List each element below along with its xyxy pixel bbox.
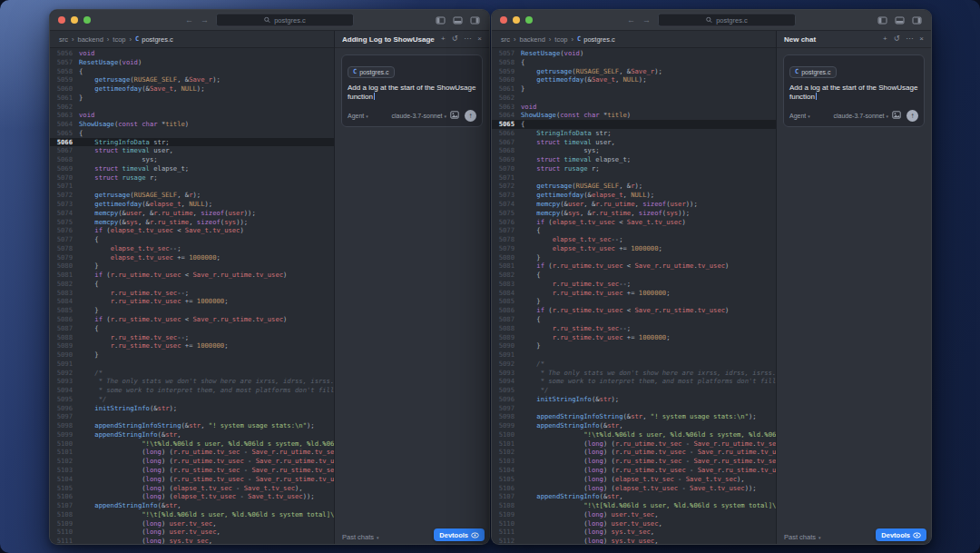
code-line[interactable]: 5084 r.ru_utime.tv_usec += 1000000; xyxy=(492,289,776,298)
line-number[interactable]: 5107 xyxy=(492,492,521,501)
line-number[interactable]: 5083 xyxy=(50,289,79,298)
toggle-right-dock-icon[interactable] xyxy=(470,15,480,25)
code-line[interactable]: 5067 struct timeval user, xyxy=(492,138,776,147)
line-number[interactable]: 5109 xyxy=(492,510,521,519)
code-line[interactable]: 5072 getrusage(RUSAGE_SELF, &r); xyxy=(50,191,334,200)
breadcrumb-item[interactable]: src xyxy=(501,35,510,44)
code-line[interactable]: 5085 } xyxy=(492,297,776,306)
line-number[interactable]: 5088 xyxy=(492,324,521,333)
code-line[interactable]: 5059 getrusage(RUSAGE_SELF, &Save_r); xyxy=(492,67,776,76)
line-number[interactable]: 5095 xyxy=(492,386,521,395)
line-number[interactable]: 5090 xyxy=(50,351,79,360)
send-button[interactable]: ↑ xyxy=(906,110,918,122)
code-line[interactable]: 5096 initStringInfo(&str); xyxy=(492,395,776,404)
code-line[interactable]: 5108 "!\t[%ld.%06ld s user, %ld.%06ld s … xyxy=(492,501,776,510)
code-line[interactable]: 5074 memcpy(&user, &r.ru_utime, sizeof(u… xyxy=(50,209,334,218)
line-number[interactable]: 5074 xyxy=(50,209,79,218)
line-number[interactable]: 5086 xyxy=(50,315,79,324)
code-line[interactable]: 5095 */ xyxy=(50,395,334,404)
close-window-button[interactable] xyxy=(58,16,65,24)
line-number[interactable]: 5076 xyxy=(50,226,79,235)
code-line[interactable]: 5094 * some work to interpret them, and … xyxy=(50,386,334,395)
line-number[interactable]: 5070 xyxy=(492,164,521,173)
code-line[interactable]: 5059 getrusage(RUSAGE_SELF, &Save_r); xyxy=(50,75,334,84)
code-line[interactable]: 5080 } xyxy=(492,253,776,262)
code-line[interactable]: 5075 memcpy(&sys, &r.ru_stime, sizeof(sy… xyxy=(492,209,776,218)
line-number[interactable]: 5078 xyxy=(492,235,521,244)
line-number[interactable]: 5110 xyxy=(492,519,521,528)
code-line[interactable]: 5103 (long) (r.ru_stime.tv_sec - Save_r.… xyxy=(50,466,334,475)
code-line[interactable]: 5106 (long) (elapse_t.tv_usec - Save_t.t… xyxy=(50,492,334,501)
line-number[interactable]: 5103 xyxy=(50,466,79,475)
line-number[interactable]: 5096 xyxy=(492,395,521,404)
line-number[interactable]: 5101 xyxy=(50,448,79,457)
code-line[interactable]: 5094 * some work to interpret them, and … xyxy=(492,377,776,386)
line-number[interactable]: 5080 xyxy=(492,253,521,262)
code-line[interactable]: 5091 xyxy=(492,351,776,360)
code-line[interactable]: 5092 /* xyxy=(492,360,776,369)
code-line[interactable]: 5090 } xyxy=(50,351,334,360)
line-number[interactable]: 5086 xyxy=(492,306,521,315)
line-number[interactable]: 5056 xyxy=(50,49,79,58)
line-number[interactable]: 5068 xyxy=(50,155,79,164)
line-number[interactable]: 5108 xyxy=(492,501,521,510)
code-line[interactable]: 5073 gettimeofday(&elapse_t, NULL); xyxy=(492,191,776,200)
code-line[interactable]: 5069 struct timeval elapse_t; xyxy=(50,164,334,173)
code-line[interactable]: 5104 (long) (r.ru_stime.tv_usec - Save_r… xyxy=(50,475,334,484)
line-number[interactable]: 5070 xyxy=(50,173,79,183)
code-line[interactable]: 5088 r.ru_stime.tv_sec--; xyxy=(492,324,776,333)
line-number[interactable]: 5094 xyxy=(492,377,521,386)
line-number[interactable]: 5075 xyxy=(492,209,521,218)
line-number[interactable]: 5093 xyxy=(492,369,521,378)
code-line[interactable]: 5062 xyxy=(50,103,334,112)
zoom-window-button[interactable] xyxy=(525,16,533,24)
code-line[interactable]: 5060 gettimeofday(&Save_t, NULL); xyxy=(50,84,334,94)
context-chip[interactable]: C postgres.c xyxy=(789,66,837,78)
line-number[interactable]: 5095 xyxy=(50,395,79,404)
line-number[interactable]: 5065 xyxy=(50,129,79,138)
code-line[interactable]: 5091 xyxy=(50,360,334,369)
back-button[interactable]: ← xyxy=(627,16,635,25)
line-number[interactable]: 5062 xyxy=(492,94,521,103)
line-number[interactable]: 5075 xyxy=(50,218,79,227)
line-number[interactable]: 5060 xyxy=(492,75,521,84)
line-number[interactable]: 5104 xyxy=(50,475,79,484)
code-line[interactable]: 5089 r.ru_stime.tv_usec += 1000000; xyxy=(50,341,334,351)
line-number[interactable]: 5082 xyxy=(50,280,79,289)
line-number[interactable]: 5064 xyxy=(50,120,79,129)
file-search-input[interactable]: postgres.c xyxy=(658,14,796,27)
minimize-window-button[interactable] xyxy=(513,16,520,24)
line-number[interactable]: 5087 xyxy=(492,315,521,324)
code-line[interactable]: 5075 memcpy(&sys, &r.ru_stime, sizeof(sy… xyxy=(50,218,334,227)
line-number[interactable]: 5088 xyxy=(50,333,79,342)
line-number[interactable]: 5094 xyxy=(50,386,79,395)
code-line[interactable]: 5080 } xyxy=(50,262,334,271)
code-line[interactable]: 5092 /* xyxy=(50,369,334,378)
code-line[interactable]: 5060 gettimeofday(&Save_t, NULL); xyxy=(492,75,776,84)
devtools-badge[interactable]: Devtools xyxy=(434,528,485,541)
message-editor[interactable]: C postgres.c Add a log at the start of t… xyxy=(783,54,925,127)
line-number[interactable]: 5106 xyxy=(50,492,79,501)
breadcrumb-item[interactable]: tcop xyxy=(113,35,125,44)
code-line[interactable]: 5068 sys; xyxy=(492,146,776,155)
code-line[interactable]: 5101 (long) (r.ru_utime.tv_sec - Save_r.… xyxy=(50,448,334,457)
code-line[interactable]: 5061} xyxy=(50,94,334,103)
forward-button[interactable]: → xyxy=(201,16,209,25)
code-line[interactable]: 5066 StringInfoData str; xyxy=(50,138,334,147)
toggle-left-dock-icon[interactable] xyxy=(436,15,446,25)
line-number[interactable]: 5100 xyxy=(492,430,521,439)
line-number[interactable]: 5108 xyxy=(50,510,79,519)
line-number[interactable]: 5058 xyxy=(50,67,79,76)
line-number[interactable]: 5077 xyxy=(50,235,79,244)
more-options-button[interactable]: ⋯ xyxy=(906,35,913,43)
model-selector[interactable]: claude-3.7-sonnet ▾ xyxy=(833,113,888,119)
line-number[interactable]: 5078 xyxy=(50,244,79,253)
code-line[interactable]: 5084 r.ru_utime.tv_usec += 1000000; xyxy=(50,297,334,306)
code-line[interactable]: 5078 elapse_t.tv_sec--; xyxy=(492,235,776,244)
devtools-badge[interactable]: Devtools xyxy=(876,528,926,541)
line-number[interactable]: 5106 xyxy=(492,484,521,493)
line-number[interactable]: 5087 xyxy=(50,324,79,333)
code-line[interactable]: 5077 { xyxy=(50,235,334,244)
code-line[interactable]: 5102 (long) (r.ru_utime.tv_usec - Save_r… xyxy=(50,457,334,466)
line-number[interactable]: 5063 xyxy=(50,111,79,120)
